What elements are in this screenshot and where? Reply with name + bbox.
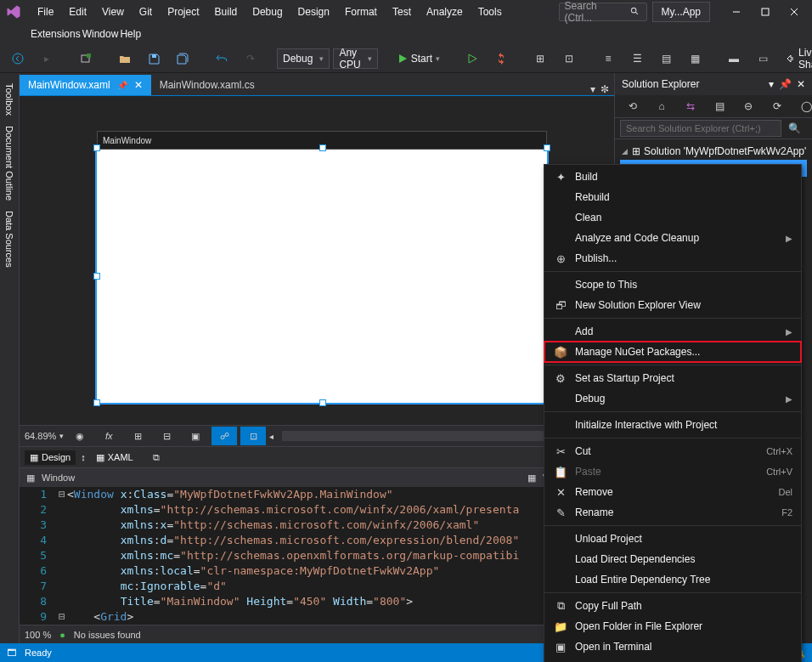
- xaml-tab[interactable]: ▦ XAML: [91, 450, 138, 465]
- ctx-analyze[interactable]: Analyze and Code Cleanup▶: [544, 228, 801, 248]
- search-box[interactable]: Search (Ctrl...: [559, 3, 647, 21]
- ctx-remove[interactable]: ✕RemoveDel: [544, 482, 801, 502]
- ctx-open-terminal[interactable]: ▣Open in Terminal: [544, 637, 801, 657]
- zoom-level[interactable]: 64.89%: [25, 431, 56, 441]
- design-tab[interactable]: ▦ Design: [25, 450, 76, 465]
- menu-git[interactable]: Git: [133, 3, 159, 21]
- platform-combo[interactable]: Any CPU▾: [333, 48, 377, 69]
- expand-icon[interactable]: ◢: [620, 147, 629, 156]
- snap3-icon[interactable]: ⊡: [240, 427, 266, 445]
- ctx-load-entire[interactable]: Load Entire Dependency Tree: [544, 569, 801, 590]
- ctx-startup[interactable]: ⚙Set as Startup Project: [544, 368, 801, 388]
- grid-icon[interactable]: ⊞: [125, 427, 150, 445]
- toolbar-group-2[interactable]: ▭: [750, 49, 775, 68]
- snap-icon[interactable]: ▣: [183, 427, 208, 445]
- snap2-icon[interactable]: ☍: [211, 427, 237, 445]
- menu-extensions[interactable]: Extensions: [31, 28, 81, 40]
- solution-node[interactable]: ◢ ⊞ Solution 'MyWpfDotnetFwkWv2App': [620, 143, 807, 160]
- toolbox-tab[interactable]: Toolbox: [4, 78, 14, 121]
- zoom-fit-icon[interactable]: ◉: [67, 427, 93, 445]
- ctx-blend[interactable]: Design in Blend...: [544, 657, 801, 662]
- toolbar-align-2[interactable]: ☰: [624, 49, 650, 68]
- ctx-debug[interactable]: Debug▶: [544, 388, 801, 409]
- menu-help[interactable]: Help: [120, 28, 141, 40]
- toolbar-group-1[interactable]: ▬: [721, 49, 747, 68]
- toolbar-align-1[interactable]: ≡: [595, 49, 621, 68]
- popout-icon[interactable]: ⧉: [144, 448, 169, 467]
- redo-button[interactable]: ↷: [238, 49, 263, 68]
- xaml-code-editor[interactable]: 1⊟<Window x:Class="MyWpfDotnetFwkWv2App.…: [20, 487, 614, 625]
- new-project-button[interactable]: [73, 49, 99, 68]
- menu-file[interactable]: File: [31, 3, 60, 21]
- ctx-scope[interactable]: Scope to This: [544, 274, 801, 295]
- config-combo[interactable]: Debug▾: [277, 48, 330, 69]
- start-debug-button[interactable]: Start▾: [392, 48, 446, 69]
- open-file-button[interactable]: [112, 49, 138, 68]
- ctx-rebuild[interactable]: Rebuild: [544, 187, 801, 207]
- close-button[interactable]: [780, 2, 809, 22]
- toolbar-align-4[interactable]: ▦: [682, 49, 708, 68]
- menu-edit[interactable]: Edit: [62, 3, 93, 21]
- solexp-preview-icon[interactable]: ▤: [707, 97, 732, 116]
- data-sources-tab[interactable]: Data Sources: [4, 206, 14, 273]
- live-share-button[interactable]: Live Share: [779, 47, 812, 71]
- toolbar-align-3[interactable]: ▤: [653, 49, 679, 68]
- minimize-button[interactable]: [722, 2, 751, 22]
- toolbar-misc-2[interactable]: ⊡: [556, 49, 582, 68]
- app-selector-button[interactable]: My...App: [652, 2, 710, 22]
- menu-build[interactable]: Build: [208, 3, 245, 21]
- solexp-sync-icon[interactable]: ⇆: [678, 97, 703, 116]
- ctx-add[interactable]: Add▶: [544, 321, 801, 342]
- grid2-icon[interactable]: ⊟: [154, 427, 179, 445]
- solexp-refresh-icon[interactable]: ⟳: [764, 97, 790, 116]
- search-icon[interactable]: 🔍: [781, 119, 807, 138]
- menu-design[interactable]: Design: [291, 3, 336, 21]
- toolbar-misc-1[interactable]: ⊞: [527, 49, 553, 68]
- ctx-open-folder[interactable]: 📁Open Folder in File Explorer: [544, 616, 801, 637]
- solexp-collapse-icon[interactable]: ⊖: [736, 97, 761, 116]
- menu-debug[interactable]: Debug: [245, 3, 289, 21]
- menu-view[interactable]: View: [95, 3, 131, 21]
- output-icon[interactable]: 🗔: [7, 648, 16, 658]
- menu-tools[interactable]: Tools: [471, 3, 509, 21]
- menu-analyze[interactable]: Analyze: [420, 3, 470, 21]
- forward-button[interactable]: ▸: [34, 49, 59, 68]
- ctx-clean[interactable]: Clean: [544, 207, 801, 228]
- undo-button[interactable]: [209, 49, 234, 68]
- ctx-rename[interactable]: ✎RenameF2: [544, 502, 801, 523]
- tab-mainwindow-xaml-cs[interactable]: MainWindow.xaml.cs: [151, 75, 263, 95]
- tab-mainwindow-xaml[interactable]: MainWindow.xaml 📌 ✕: [20, 75, 151, 95]
- solexp-search-input[interactable]: [620, 120, 781, 137]
- ctx-manage-nuget[interactable]: 📦Manage NuGet Packages...: [544, 342, 801, 362]
- design-surface[interactable]: MainWindow: [96, 147, 548, 404]
- tab-dropdown-icon[interactable]: ▾: [590, 83, 595, 95]
- maximize-button[interactable]: [751, 2, 780, 22]
- swap-panes-icon[interactable]: ↕: [81, 452, 86, 462]
- ctx-unload[interactable]: Unload Project: [544, 529, 801, 549]
- menu-test[interactable]: Test: [386, 3, 418, 21]
- fx-icon[interactable]: fx: [96, 427, 121, 445]
- solexp-home-icon[interactable]: ⌂: [649, 97, 674, 116]
- pin-icon[interactable]: 📌: [117, 81, 127, 90]
- ctx-cut[interactable]: ✂CutCtrl+X: [544, 441, 801, 461]
- hot-reload-button[interactable]: [488, 49, 514, 68]
- save-all-button[interactable]: [170, 49, 195, 68]
- save-button[interactable]: [141, 49, 166, 68]
- menu-format[interactable]: Format: [338, 3, 384, 21]
- ctx-publish[interactable]: ⊕Publish...: [544, 248, 801, 269]
- back-button[interactable]: [5, 49, 31, 68]
- menu-project[interactable]: Project: [161, 3, 206, 21]
- start-without-debug-button[interactable]: [460, 49, 485, 68]
- bc-left[interactable]: Window: [42, 472, 75, 483]
- issues-text[interactable]: No issues found: [74, 630, 141, 640]
- zoom-pct[interactable]: 100 %: [25, 630, 51, 640]
- solexp-back-icon[interactable]: ⟲: [620, 97, 646, 116]
- close-tab-icon[interactable]: ✕: [134, 79, 143, 91]
- document-outline-tab[interactable]: Document Outline: [4, 121, 14, 206]
- panel-dropdown-icon[interactable]: ▾: [769, 78, 774, 90]
- ctx-copy-path[interactable]: ⧉Copy Full Path: [544, 596, 801, 616]
- panel-pin-icon[interactable]: 📌: [779, 78, 792, 90]
- ctx-build[interactable]: ✦Build: [544, 167, 801, 187]
- ctx-interactive[interactable]: Initialize Interactive with Project: [544, 415, 801, 435]
- ctx-new-view[interactable]: 🗗New Solution Explorer View: [544, 295, 801, 315]
